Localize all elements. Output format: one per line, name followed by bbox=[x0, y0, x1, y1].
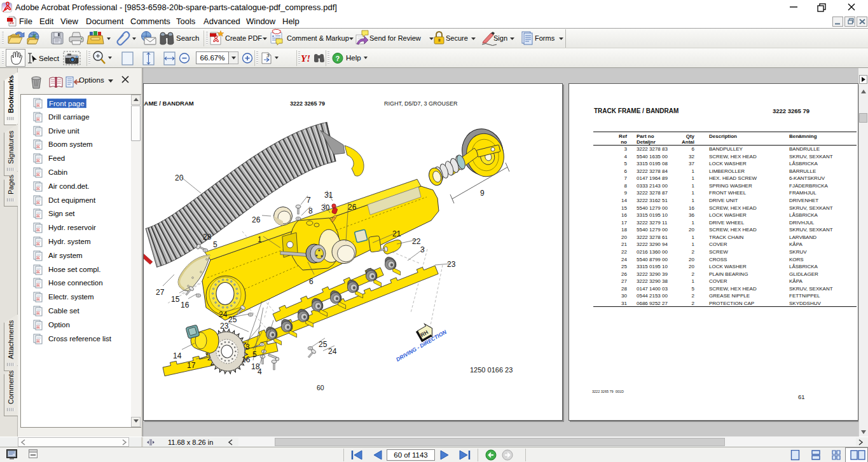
svg-text:5: 5 bbox=[213, 240, 217, 249]
svg-text:24: 24 bbox=[328, 347, 337, 356]
svg-text:24: 24 bbox=[219, 310, 228, 319]
svg-text:8: 8 bbox=[308, 207, 313, 215]
svg-text:21: 21 bbox=[392, 229, 401, 238]
svg-text:16: 16 bbox=[242, 355, 251, 364]
svg-text:30: 30 bbox=[321, 203, 330, 212]
svg-text:4: 4 bbox=[258, 367, 262, 376]
svg-text:9: 9 bbox=[480, 189, 485, 198]
svg-text:3: 3 bbox=[245, 343, 250, 351]
svg-text:1: 1 bbox=[258, 235, 262, 244]
svg-text:3222 3265 79: 3222 3265 79 bbox=[290, 100, 325, 107]
svg-text:Send for Review: Send for Review bbox=[369, 34, 421, 42]
svg-text:Search: Search bbox=[176, 34, 199, 42]
svg-text:28: 28 bbox=[203, 233, 212, 241]
svg-text:31: 31 bbox=[324, 191, 333, 200]
svg-text:Y!: Y! bbox=[301, 53, 310, 64]
svg-text:1250 0166 23: 1250 0166 23 bbox=[470, 366, 513, 374]
svg-text:22: 22 bbox=[412, 237, 421, 246]
svg-text:14: 14 bbox=[173, 351, 182, 360]
svg-text:25: 25 bbox=[228, 315, 237, 324]
svg-text:3: 3 bbox=[266, 53, 270, 58]
svg-text:15: 15 bbox=[171, 295, 180, 304]
svg-text:6: 6 bbox=[309, 277, 313, 286]
svg-text:23: 23 bbox=[220, 322, 229, 330]
svg-text:20: 20 bbox=[175, 173, 184, 182]
svg-text:3: 3 bbox=[420, 245, 425, 254]
svg-text:23: 23 bbox=[447, 260, 456, 269]
svg-text:Secure: Secure bbox=[446, 34, 468, 42]
svg-text:Comment & Markup: Comment & Markup bbox=[287, 34, 349, 42]
svg-text:27: 27 bbox=[156, 288, 165, 297]
svg-text:5: 5 bbox=[252, 350, 257, 359]
svg-text:Create PDF: Create PDF bbox=[225, 34, 262, 42]
svg-text:26: 26 bbox=[348, 203, 357, 212]
svg-text:26: 26 bbox=[252, 215, 261, 224]
svg-text:TRACK FRAME / BANDRAM: TRACK FRAME / BANDRAM bbox=[144, 100, 194, 107]
svg-text:Forms: Forms bbox=[535, 34, 555, 42]
svg-text:RIGHT, D5/D7, 3 GROUSER: RIGHT, D5/D7, 3 GROUSER bbox=[384, 100, 458, 107]
svg-text:60: 60 bbox=[317, 384, 324, 391]
svg-text:Sign: Sign bbox=[493, 34, 507, 42]
svg-text:Select: Select bbox=[39, 55, 60, 62]
svg-text:7: 7 bbox=[307, 196, 311, 205]
svg-text:25: 25 bbox=[319, 340, 327, 349]
svg-text:17: 17 bbox=[187, 361, 196, 370]
svg-text:16: 16 bbox=[181, 301, 189, 309]
svg-text:Help: Help bbox=[346, 54, 361, 62]
svg-text:?: ? bbox=[336, 55, 340, 62]
